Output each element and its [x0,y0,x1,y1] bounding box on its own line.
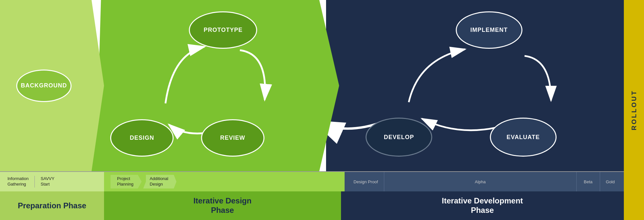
project-planning-chevron: Project Planning [111,175,142,188]
label-dev-strip: Design Proof Alpha Beta Gold [345,172,624,191]
bottom-phases: Preparation Phase Iterative DesignPhase … [0,191,624,220]
additional-design-chevron: Additional Design [143,175,177,188]
prep-phase-label: Preparation Phase [18,201,86,211]
prep-phase: BACKGROUND [0,0,104,171]
design-phase: PROTOTYPE DESIGN REVIEW [91,0,339,171]
design-proof-label: Design Proof [348,172,384,191]
gold-label: Gold [600,172,621,191]
develop-node: DEVELOP [366,118,432,157]
label-divider-1 [34,176,35,188]
implement-node: IMPLEMENT [456,11,522,49]
savvy-start-label: SAVVY Start [38,176,57,187]
beta-label: Beta [577,172,600,191]
label-design-strip: Project Planning Additional Design [104,172,345,191]
bottom-design-label: Iterative DesignPhase [104,191,341,220]
main-container: BACKGROUND [0,0,624,220]
background-node: BACKGROUND [16,70,72,102]
dev-phase-label: Iterative DevelopmentPhase [442,196,523,215]
phases-container: BACKGROUND [0,0,624,171]
review-node: REVIEW [201,119,264,157]
dev-phase: IMPLEMENT DEVELOP EVALUATE [326,0,624,171]
bottom-prep-label: Preparation Phase [0,191,104,220]
design-node: DESIGN [110,119,174,157]
prototype-node: PROTOTYPE [189,11,257,49]
label-strip: Information Gathering SAVVY Start Projec… [0,171,624,191]
evaluate-node: EVALUATE [490,118,557,157]
bottom-dev-label: Iterative DevelopmentPhase [341,191,624,220]
rollout-bar: ROLLOUT [624,0,644,220]
info-gathering-label: Information Gathering [5,176,31,187]
alpha-label: Alpha [384,172,577,191]
design-phase-label: Iterative DesignPhase [193,196,252,215]
label-prep-strip: Information Gathering SAVVY Start [0,172,104,191]
